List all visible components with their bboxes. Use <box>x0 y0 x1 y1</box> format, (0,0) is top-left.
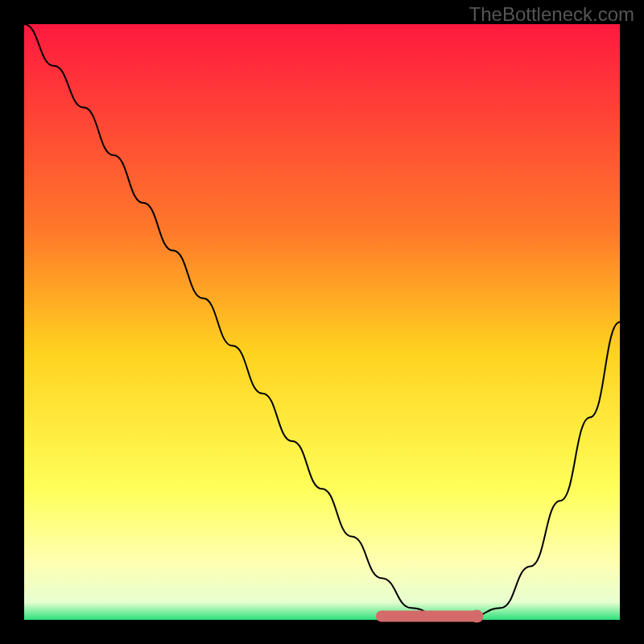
plot-background <box>24 24 620 620</box>
bottleneck-chart <box>0 0 644 644</box>
watermark-text: TheBottleneck.com <box>469 3 634 26</box>
optimal-point-marker <box>470 610 483 623</box>
